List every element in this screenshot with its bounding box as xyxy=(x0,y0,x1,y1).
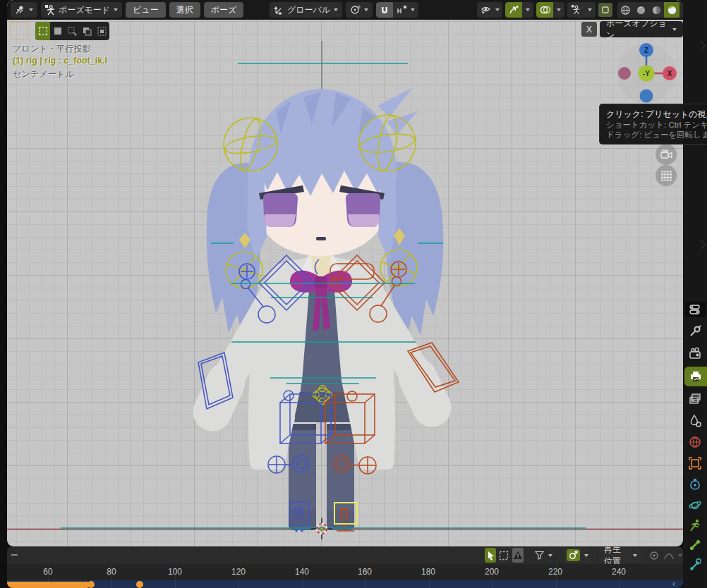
shading-rendered-icon xyxy=(667,5,677,16)
tab-bone-constraint-properties[interactable] xyxy=(683,555,707,575)
units-label: センチメートル xyxy=(13,68,74,80)
bone-constraint-icon xyxy=(688,558,702,572)
tab-object-data-armature[interactable] xyxy=(683,515,707,535)
shading-wireframe-button[interactable] xyxy=(617,2,633,18)
frame-tick: 120 xyxy=(224,567,253,577)
frame-tick: 160 xyxy=(351,567,379,577)
select-mode-invert[interactable] xyxy=(80,22,95,40)
tab-tool-properties[interactable] xyxy=(683,321,707,341)
viewport-3d[interactable]: ポーズモード ビュー 選択 ポーズ グローバル xyxy=(7,0,683,546)
tab-output-properties[interactable] xyxy=(684,367,707,386)
keyframe-dot[interactable] xyxy=(87,581,95,588)
pose-xray-toggle[interactable] xyxy=(567,2,584,18)
gizmo-y-label: -Y xyxy=(643,70,650,78)
tab-bone-properties[interactable] xyxy=(683,535,707,555)
rig-teal-circle-controls[interactable] xyxy=(61,63,586,528)
warning-button[interactable] xyxy=(512,548,524,563)
chevron-down-icon xyxy=(678,554,682,557)
gizmo-minus-x-axis[interactable] xyxy=(618,67,631,80)
timeline-keyframe-band[interactable]: ‹ xyxy=(7,580,683,588)
bone-icon xyxy=(688,538,702,552)
snap-target-dropdown[interactable] xyxy=(393,2,418,18)
timeline-collapsed-menu-dash[interactable] xyxy=(11,554,18,556)
menu-view[interactable]: ビュー xyxy=(126,2,166,18)
menu-pose[interactable]: ポーズ xyxy=(204,2,244,18)
tab-constraints-properties[interactable] xyxy=(683,474,707,494)
auto-key-button[interactable] xyxy=(567,549,580,561)
camera-view-button[interactable] xyxy=(655,144,677,165)
pose-options-dropdown[interactable]: ポーズオプション xyxy=(600,21,683,37)
tab-world-properties[interactable] xyxy=(683,432,707,452)
grid-axis-lines xyxy=(7,41,683,529)
rig-left-controls[interactable] xyxy=(198,255,331,532)
xray-square-icon xyxy=(600,5,610,15)
select-mode-new[interactable] xyxy=(35,22,50,40)
viewport-scene xyxy=(7,0,683,546)
object-visibility-dropdown[interactable] xyxy=(477,2,502,18)
object-icon xyxy=(688,456,702,470)
rig-yellow-controls[interactable] xyxy=(224,115,417,405)
armature-runner-icon xyxy=(688,518,702,532)
transform-orientation-dropdown[interactable]: グローバル xyxy=(270,2,342,18)
playhead-cursor-icon xyxy=(486,551,495,561)
shading-solid-icon xyxy=(636,5,646,16)
chevron-down-icon xyxy=(411,8,415,11)
filter-dropdown[interactable] xyxy=(530,548,557,563)
xray-figure-dropdown[interactable] xyxy=(584,2,596,18)
rig-overlays[interactable] xyxy=(61,63,586,532)
marker-region-button[interactable] xyxy=(498,548,509,563)
properties-editor-type-button[interactable] xyxy=(685,302,706,317)
tab-scene-properties[interactable] xyxy=(683,411,707,431)
menu-select[interactable]: 選択 xyxy=(169,2,200,18)
orientation-label: グローバル xyxy=(287,4,330,16)
chevron-down-icon xyxy=(495,8,500,11)
snap-toggle-button[interactable] xyxy=(376,2,393,18)
show-overlays-toggle[interactable] xyxy=(536,2,553,18)
keyframe-range-bar[interactable] xyxy=(7,582,90,588)
shading-solid-button[interactable] xyxy=(633,2,648,18)
playhead-cursor-button[interactable] xyxy=(485,548,496,563)
record-target-icon xyxy=(649,551,659,561)
pivot-point-icon xyxy=(350,5,361,15)
camera-view-icon xyxy=(660,149,672,160)
record-target-button[interactable] xyxy=(648,548,660,563)
select-mode-subtract[interactable] xyxy=(65,22,80,40)
area-corner-mark[interactable] xyxy=(696,240,706,250)
editor-type-dropdown[interactable] xyxy=(11,2,37,18)
snap-magnet-icon xyxy=(380,5,389,15)
interpolation-icon xyxy=(664,551,674,560)
overlays-dropdown[interactable] xyxy=(553,2,564,18)
axis-x-button[interactable]: X xyxy=(581,22,597,37)
grid-ortho-button[interactable] xyxy=(655,165,677,186)
rig-right-controls[interactable] xyxy=(325,255,459,531)
show-gizmo-toggle[interactable] xyxy=(505,2,522,18)
keyframe-dot[interactable] xyxy=(136,581,143,588)
navigation-gizmo[interactable]: Z X -Y xyxy=(615,42,677,104)
shading-material-button[interactable] xyxy=(648,2,664,18)
shading-rendered-button[interactable] xyxy=(664,2,679,18)
gizmo-minus-z-axis[interactable] xyxy=(640,90,653,103)
view-orientation-label: フロント・平行投影 xyxy=(13,43,91,55)
tab-render-properties[interactable] xyxy=(683,344,707,364)
toggle-xray-button[interactable] xyxy=(598,3,612,17)
auto-key-dropdown[interactable] xyxy=(564,548,591,563)
timeline-ruler[interactable]: 60 80 100 120 140 160 180 200 220 240 xyxy=(7,564,683,580)
active-tool-select-box[interactable] xyxy=(10,22,28,39)
rig-selected-foot-ik[interactable] xyxy=(334,503,357,524)
tab-view-layer-properties[interactable] xyxy=(683,389,707,409)
tab-object-properties[interactable] xyxy=(683,453,707,473)
chevron-down-icon xyxy=(364,8,368,11)
select-mode-extend[interactable] xyxy=(50,22,65,40)
playhead-position-dropdown[interactable]: 再生位置 xyxy=(599,548,642,563)
tab-physics-properties[interactable] xyxy=(683,495,707,515)
gizmo-tooltip: クリック: プリセットの視点を ショートカット: Ctrl テンキー ドラッグ:… xyxy=(599,104,707,145)
select-mode-intersect[interactable] xyxy=(95,22,109,40)
gizmo-dropdown[interactable] xyxy=(522,2,533,18)
world-globe-icon xyxy=(688,435,702,449)
area-corner-mark[interactable] xyxy=(696,41,706,51)
mode-dropdown[interactable]: ポーズモード xyxy=(41,2,122,18)
interpolation-dropdown[interactable] xyxy=(662,548,683,563)
chevron-down-icon xyxy=(334,8,338,11)
collapse-chevron[interactable]: ‹ xyxy=(672,579,675,588)
pivot-point-dropdown[interactable] xyxy=(346,2,373,18)
